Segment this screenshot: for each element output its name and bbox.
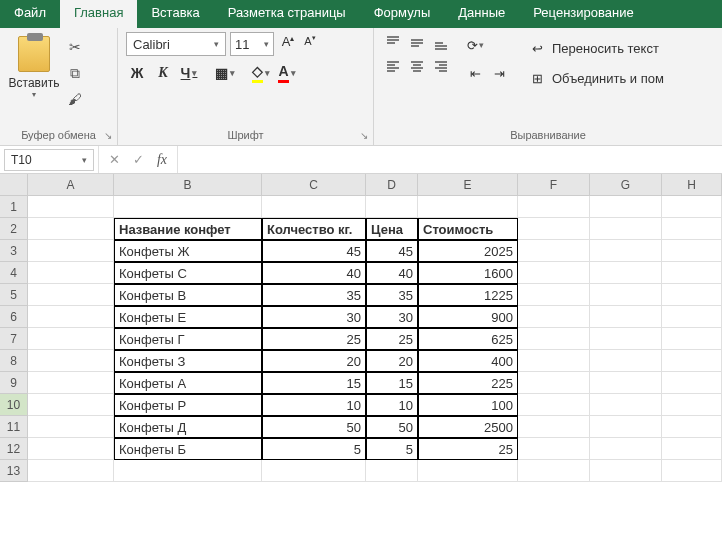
cell-D7[interactable]: 25 bbox=[366, 328, 418, 350]
underline-button[interactable]: Ч▾ bbox=[178, 62, 200, 84]
cell-H3[interactable] bbox=[662, 240, 722, 262]
cell-E2[interactable]: Стоимость bbox=[418, 218, 518, 240]
cell-G13[interactable] bbox=[590, 460, 662, 482]
cell-C5[interactable]: 35 bbox=[262, 284, 366, 306]
cell-C1[interactable] bbox=[262, 196, 366, 218]
cell-F5[interactable] bbox=[518, 284, 590, 306]
cell-A6[interactable] bbox=[28, 306, 114, 328]
accept-formula-button[interactable]: ✓ bbox=[127, 149, 149, 171]
cell-B6[interactable]: Конфеты Е bbox=[114, 306, 262, 328]
cell-B11[interactable]: Конфеты Д bbox=[114, 416, 262, 438]
orientation-button[interactable]: ⟳▾ bbox=[464, 34, 486, 56]
tab-рецензирование[interactable]: Рецензирование bbox=[519, 0, 647, 28]
cancel-formula-button[interactable]: ✕ bbox=[103, 149, 125, 171]
col-header-H[interactable]: H bbox=[662, 174, 722, 196]
fill-color-button[interactable]: ◇▾ bbox=[250, 62, 272, 84]
name-box[interactable]: T10 ▾ bbox=[4, 149, 94, 171]
cell-E1[interactable] bbox=[418, 196, 518, 218]
cell-A8[interactable] bbox=[28, 350, 114, 372]
cell-E10[interactable]: 100 bbox=[418, 394, 518, 416]
tab-данные[interactable]: Данные bbox=[444, 0, 519, 28]
font-color-button[interactable]: A▾ bbox=[276, 62, 298, 84]
cell-E4[interactable]: 1600 bbox=[418, 262, 518, 284]
cell-C9[interactable]: 15 bbox=[262, 372, 366, 394]
row-header-1[interactable]: 1 bbox=[0, 196, 28, 218]
cell-A2[interactable] bbox=[28, 218, 114, 240]
cell-B10[interactable]: Конфеты Р bbox=[114, 394, 262, 416]
row-header-9[interactable]: 9 bbox=[0, 372, 28, 394]
cell-H2[interactable] bbox=[662, 218, 722, 240]
cell-F3[interactable] bbox=[518, 240, 590, 262]
cell-F11[interactable] bbox=[518, 416, 590, 438]
cell-D5[interactable]: 35 bbox=[366, 284, 418, 306]
cell-G9[interactable] bbox=[590, 372, 662, 394]
col-header-A[interactable]: A bbox=[28, 174, 114, 196]
cell-D6[interactable]: 30 bbox=[366, 306, 418, 328]
borders-button[interactable]: ▦▾ bbox=[214, 62, 236, 84]
cell-C3[interactable]: 45 bbox=[262, 240, 366, 262]
cell-F13[interactable] bbox=[518, 460, 590, 482]
cell-A7[interactable] bbox=[28, 328, 114, 350]
cut-icon[interactable]: ✂ bbox=[66, 38, 84, 56]
tab-главная[interactable]: Главная bbox=[60, 0, 137, 28]
row-header-12[interactable]: 12 bbox=[0, 438, 28, 460]
cell-F7[interactable] bbox=[518, 328, 590, 350]
cell-A10[interactable] bbox=[28, 394, 114, 416]
format-painter-icon[interactable]: 🖌 bbox=[66, 90, 84, 108]
paste-button[interactable]: Вставить ▾ bbox=[8, 32, 60, 99]
col-header-G[interactable]: G bbox=[590, 174, 662, 196]
cell-F1[interactable] bbox=[518, 196, 590, 218]
cell-F9[interactable] bbox=[518, 372, 590, 394]
spreadsheet-grid[interactable]: ABCDEFGH12Название конфетКолчество кг.Це… bbox=[0, 174, 722, 482]
wrap-text-button[interactable]: ↩ Переносить текст bbox=[528, 36, 664, 60]
cell-E8[interactable]: 400 bbox=[418, 350, 518, 372]
row-header-5[interactable]: 5 bbox=[0, 284, 28, 306]
row-header-10[interactable]: 10 bbox=[0, 394, 28, 416]
align-center-button[interactable] bbox=[406, 56, 428, 78]
col-header-B[interactable]: B bbox=[114, 174, 262, 196]
cell-B13[interactable] bbox=[114, 460, 262, 482]
cell-H8[interactable] bbox=[662, 350, 722, 372]
cell-H4[interactable] bbox=[662, 262, 722, 284]
col-header-C[interactable]: C bbox=[262, 174, 366, 196]
row-header-3[interactable]: 3 bbox=[0, 240, 28, 262]
cell-D9[interactable]: 15 bbox=[366, 372, 418, 394]
cell-E13[interactable] bbox=[418, 460, 518, 482]
cell-E12[interactable]: 25 bbox=[418, 438, 518, 460]
cell-E3[interactable]: 2025 bbox=[418, 240, 518, 262]
copy-icon[interactable]: ⧉ bbox=[66, 64, 84, 82]
cell-G12[interactable] bbox=[590, 438, 662, 460]
cell-E9[interactable]: 225 bbox=[418, 372, 518, 394]
cell-F2[interactable] bbox=[518, 218, 590, 240]
cell-F4[interactable] bbox=[518, 262, 590, 284]
cell-D10[interactable]: 10 bbox=[366, 394, 418, 416]
align-top-button[interactable] bbox=[382, 32, 404, 54]
cell-C6[interactable]: 30 bbox=[262, 306, 366, 328]
row-header-8[interactable]: 8 bbox=[0, 350, 28, 372]
row-header-7[interactable]: 7 bbox=[0, 328, 28, 350]
cell-B3[interactable]: Конфеты Ж bbox=[114, 240, 262, 262]
row-header-13[interactable]: 13 bbox=[0, 460, 28, 482]
cell-H6[interactable] bbox=[662, 306, 722, 328]
cell-A3[interactable] bbox=[28, 240, 114, 262]
tab-вставка[interactable]: Вставка bbox=[137, 0, 213, 28]
cell-B7[interactable]: Конфеты Г bbox=[114, 328, 262, 350]
cell-E6[interactable]: 900 bbox=[418, 306, 518, 328]
cell-H10[interactable] bbox=[662, 394, 722, 416]
cell-B12[interactable]: Конфеты Б bbox=[114, 438, 262, 460]
cell-F8[interactable] bbox=[518, 350, 590, 372]
insert-function-button[interactable]: fx bbox=[151, 149, 173, 171]
cell-B5[interactable]: Конфеты В bbox=[114, 284, 262, 306]
cell-A9[interactable] bbox=[28, 372, 114, 394]
cell-H9[interactable] bbox=[662, 372, 722, 394]
decrease-indent-button[interactable]: ⇤ bbox=[464, 62, 486, 84]
align-bottom-button[interactable] bbox=[430, 32, 452, 54]
font-size-select[interactable]: 11 ▾ bbox=[230, 32, 274, 56]
cell-G1[interactable] bbox=[590, 196, 662, 218]
cell-B4[interactable]: Конфеты С bbox=[114, 262, 262, 284]
grow-font-button[interactable]: A▴ bbox=[278, 34, 298, 54]
cell-G7[interactable] bbox=[590, 328, 662, 350]
col-header-D[interactable]: D bbox=[366, 174, 418, 196]
cell-D1[interactable] bbox=[366, 196, 418, 218]
cell-B1[interactable] bbox=[114, 196, 262, 218]
